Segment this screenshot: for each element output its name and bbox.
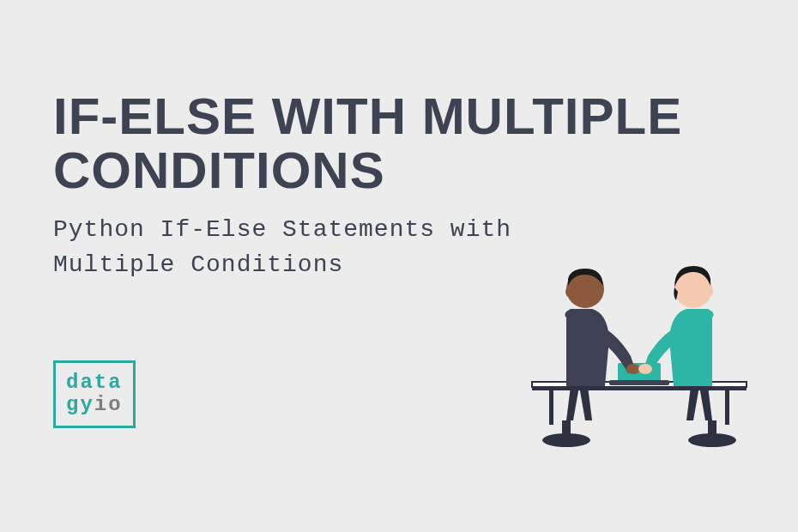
svg-rect-5 bbox=[609, 380, 669, 385]
subtitle-line-2: Multiple Conditions bbox=[53, 248, 511, 283]
logo-line-1: data bbox=[66, 372, 123, 394]
subtitle-line-1: Python If-Else Statements with bbox=[53, 213, 511, 248]
handshake-illustration bbox=[506, 253, 772, 476]
logo-line-2: gyio bbox=[66, 394, 123, 416]
svg-rect-7 bbox=[562, 420, 571, 442]
subtitle: Python If-Else Statements with Multiple … bbox=[53, 213, 511, 282]
svg-point-10 bbox=[626, 364, 640, 374]
main-title: IF-ELSE WITH MULTIPLE CONDITIONS bbox=[53, 89, 798, 197]
datagy-logo: data gyio bbox=[53, 360, 136, 428]
svg-rect-1 bbox=[532, 387, 747, 390]
svg-rect-2 bbox=[549, 390, 553, 425]
svg-rect-3 bbox=[725, 390, 729, 425]
svg-rect-9 bbox=[708, 420, 716, 442]
svg-point-12 bbox=[565, 287, 572, 297]
svg-point-15 bbox=[706, 287, 713, 297]
svg-point-13 bbox=[638, 364, 652, 374]
